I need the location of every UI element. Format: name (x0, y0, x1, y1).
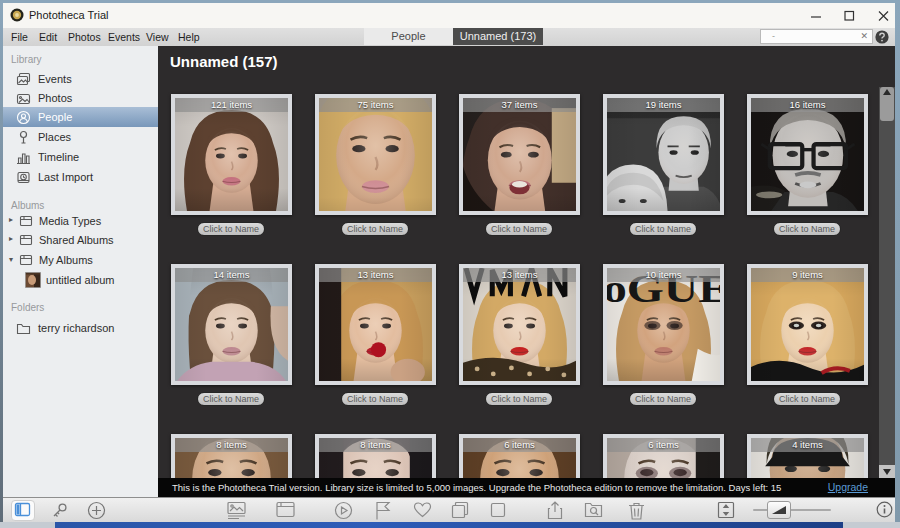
svg-text:oGUE: oGUE (607, 268, 720, 311)
